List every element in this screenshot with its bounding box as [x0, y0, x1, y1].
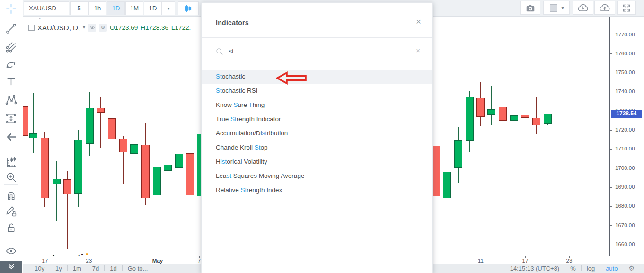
range-button-7d[interactable]: 7d [87, 265, 104, 272]
close-icon[interactable]: × [416, 17, 421, 26]
log-scale-button[interactable]: log [582, 265, 600, 272]
panel-handle-icon[interactable]: ▴ [39, 16, 41, 20]
price-tick [610, 187, 612, 188]
interval-button-5[interactable]: 5 [70, 1, 88, 15]
divider [202, 63, 432, 63]
item-text: orical Volatility [227, 158, 267, 165]
save-layout-button[interactable] [594, 1, 615, 15]
collapse-panel-button[interactable] [0, 261, 22, 273]
candle-wick [100, 97, 101, 148]
range-button-1y[interactable]: 1y [50, 265, 67, 272]
legend-high: H1728.36 [141, 24, 168, 31]
match-highlight: St [216, 73, 222, 80]
indicator-list-item[interactable]: Relative Strength Index [202, 183, 432, 197]
indicator-list-item[interactable]: Chande Kroll Stop [202, 141, 432, 155]
candle-body [153, 167, 161, 195]
percent-scale-button[interactable]: % [565, 265, 581, 272]
indicators-dialog: Indicators × st × StochasticStochastic R… [201, 2, 433, 273]
interval-dropdown-button[interactable]: ▾ [162, 1, 175, 15]
zoom-in-tool[interactable] [5, 171, 17, 183]
legend-title[interactable]: XAU/USD, D, [37, 24, 80, 32]
lock-all-tool[interactable] [5, 222, 17, 234]
range-button-10y[interactable]: 10y [29, 265, 50, 272]
projection-tool[interactable] [5, 113, 17, 124]
candle-wick [168, 144, 168, 183]
search-input[interactable]: st [229, 47, 234, 55]
item-text: hing [253, 101, 265, 108]
match-highlight: St [216, 87, 222, 94]
price-tick [610, 206, 612, 207]
interval-button-1d[interactable]: 1D [144, 1, 162, 15]
legend-low: L1722. [171, 24, 191, 31]
candle-body [443, 172, 451, 198]
price-tick [610, 168, 612, 168]
interval-button-1m[interactable]: 1M [125, 1, 143, 15]
candle-body [521, 115, 529, 118]
divider [202, 37, 432, 38]
range-button-1d[interactable]: 1d [105, 265, 122, 272]
chart-legend: XAU/USD, D, ▾ ⚙ O1723.69 H1728.36 L1722. [28, 23, 191, 32]
time-tick-label: 23 [566, 258, 573, 264]
range-button-1m[interactable]: 1m [68, 265, 87, 272]
match-highlight: st [227, 172, 232, 179]
toggle-visibility-button[interactable] [88, 24, 96, 32]
axis-settings-group: 14:15:13 (UTC+8) % log auto ⚙ [505, 264, 636, 272]
auto-scale-button[interactable]: auto [600, 265, 623, 272]
theme-swatch-button[interactable]: ▾ [543, 1, 570, 15]
series-settings-button[interactable]: ⚙ [99, 24, 107, 32]
price-axis[interactable]: 1770.001760.001750.001740.001730.001720.… [609, 17, 644, 256]
interval-button-1d[interactable]: 1D [107, 1, 125, 15]
item-text: rength Index [247, 186, 282, 194]
measure-tool[interactable] [5, 156, 17, 168]
price-tick-label: 1670.00 [615, 222, 635, 228]
chevron-down-icon[interactable]: ▾ [83, 25, 85, 30]
indicator-list-item[interactable]: Stochastic [202, 70, 432, 84]
drawing-mode-lock-tool[interactable] [5, 205, 17, 217]
time-tick-label: 17 [522, 258, 529, 264]
brush-tool[interactable] [5, 59, 17, 71]
candle-body [97, 108, 105, 113]
item-text: ochastic RSI [222, 87, 258, 94]
interval-button-1h[interactable]: 1h [88, 1, 106, 15]
indicator-list-item[interactable]: True Strength Indicator [202, 112, 432, 126]
price-tick [610, 225, 612, 226]
magnet-tool[interactable] [5, 190, 17, 202]
goto-button[interactable]: Go to... [123, 265, 153, 272]
item-text: Lea [216, 172, 227, 179]
crosshair-tool[interactable] [5, 3, 17, 15]
collapse-legend-icon[interactable] [28, 25, 35, 31]
indicator-list-item[interactable]: Stochastic RSI [202, 84, 432, 98]
trend-line-tool[interactable] [5, 23, 17, 35]
clear-search-icon[interactable]: × [416, 47, 420, 54]
indicator-list-item[interactable]: Historical Volatility [202, 155, 432, 169]
fullscreen-button[interactable] [617, 1, 636, 15]
screenshot-button[interactable] [520, 1, 540, 15]
item-text: Hi [216, 158, 222, 165]
indicator-list-item[interactable]: Accumulation/Distribution [202, 126, 432, 141]
item-text: Relative [216, 186, 241, 194]
clock-timestamp[interactable]: 14:15:13 (UTC+8) [505, 265, 565, 272]
undo-arrow-left-icon[interactable] [5, 131, 17, 143]
candle-body [510, 115, 518, 121]
candle-body [119, 139, 127, 152]
dialog-title: Indicators [216, 19, 249, 26]
item-text: rength Indicator [237, 115, 281, 123]
load-layout-button[interactable] [573, 1, 593, 15]
time-tick-label: 7 [198, 258, 201, 264]
pitchfork-tool[interactable] [5, 41, 17, 53]
gear-icon[interactable]: ⚙ [623, 264, 636, 272]
xabcd-pattern-tool[interactable] [5, 94, 17, 106]
indicator-list-item[interactable]: Know Sure Thing [202, 98, 432, 112]
price-tick-label: 1750.00 [615, 70, 635, 75]
candle-body [63, 179, 71, 194]
text-tool[interactable] [5, 76, 17, 88]
item-text: Squares Moving Average [231, 172, 304, 179]
indicator-list-item[interactable]: Least Squares Moving Average [202, 169, 432, 183]
price-tick [610, 130, 612, 131]
chart-application: XAU/USD ▴ ▾ ▾ Investing.com [0, 0, 644, 273]
chart-type-button[interactable] [178, 1, 199, 15]
price-tick-label: 1660.00 [615, 241, 635, 247]
hide-drawings-eye-tool[interactable] [5, 245, 17, 257]
price-tick [610, 92, 612, 92]
symbol-button[interactable]: XAU/USD [24, 1, 69, 15]
